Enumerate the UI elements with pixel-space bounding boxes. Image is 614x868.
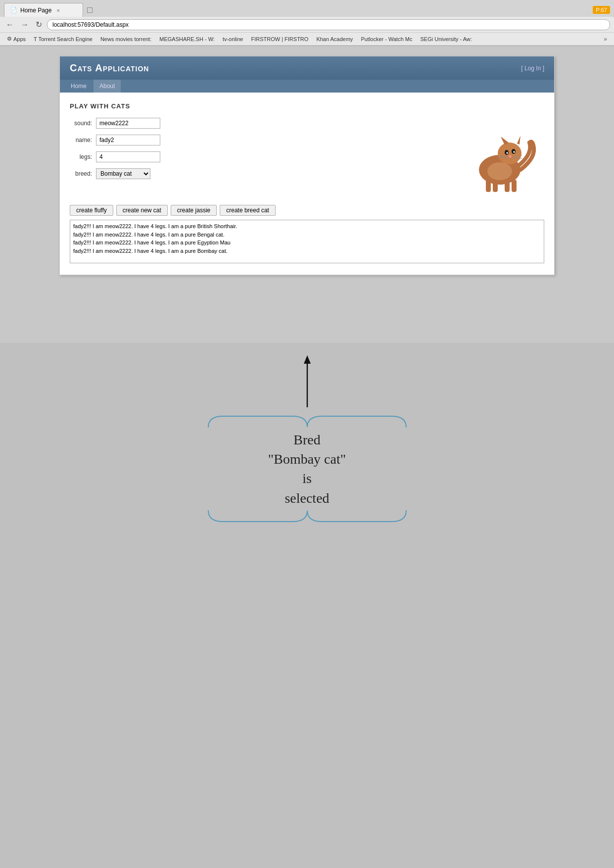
breed-label: breed:: [70, 170, 92, 177]
bookmark-putlocker[interactable]: Putlocker - Watch Mc: [358, 36, 415, 43]
browser-tab[interactable]: 📄 Home Page ×: [4, 3, 83, 17]
bookmark-news-label: News movies torrent:: [100, 36, 151, 42]
svg-rect-16: [512, 180, 517, 192]
svg-marker-3: [517, 136, 520, 145]
form-fields: sound: name: legs: breed:: [70, 118, 445, 185]
name-label: name:: [70, 137, 92, 144]
create-jassie-button[interactable]: create jassie: [171, 205, 217, 216]
bookmark-news[interactable]: News movies torrent:: [97, 36, 154, 43]
legs-row: legs:: [70, 151, 445, 162]
page-content: Cats Application [ Log In ] Home About P…: [0, 46, 614, 343]
create-fluffy-button[interactable]: create fluffy: [70, 205, 113, 216]
refresh-button[interactable]: ↻: [34, 19, 44, 30]
bookmark-torrent-label: T Torrent Search Engine: [34, 36, 93, 42]
annotation-line-3: is: [268, 469, 346, 488]
name-row: name:: [70, 135, 445, 145]
app-header: Cats Application [ Log In ]: [60, 56, 554, 80]
sound-input[interactable]: [96, 118, 160, 129]
section-title: PLAY WITH CATS: [70, 102, 544, 110]
bookmark-apps[interactable]: ⚙ Apps: [4, 35, 29, 43]
svg-point-1: [498, 143, 521, 164]
bookmark-tvonline-label: tv-online: [223, 36, 243, 42]
create-breed-cat-button[interactable]: create breed cat: [220, 205, 276, 216]
form-area: sound: name: legs: breed:: [70, 118, 544, 197]
app-main: PLAY WITH CATS sound: name: legs:: [60, 93, 554, 275]
address-input[interactable]: [47, 19, 610, 30]
cat-image: [460, 118, 539, 197]
bookmark-firstrow[interactable]: FIRSTROW | FIRSTRO: [248, 36, 311, 43]
login-link[interactable]: [ Log In ]: [521, 65, 544, 72]
buttons-row: create fluffy create new cat create jass…: [70, 205, 544, 216]
svg-marker-19: [304, 355, 311, 364]
cat-image-area: [455, 118, 544, 197]
arrow-svg: [233, 353, 381, 412]
bookmark-khan[interactable]: Khan Academy: [313, 36, 356, 43]
output-textarea[interactable]: fady2!!! I am meow2222. I have 4 legs. I…: [70, 220, 544, 263]
address-bar: ← → ↻: [0, 17, 614, 33]
sound-label: sound:: [70, 120, 92, 127]
bookmark-more[interactable]: »: [601, 35, 610, 43]
svg-rect-14: [493, 180, 498, 192]
bookmark-megashare[interactable]: MEGASHARE.SH - W:: [156, 36, 218, 43]
forward-button[interactable]: →: [19, 19, 31, 30]
bookmark-firstrow-label: FIRSTROW | FIRSTRO: [251, 36, 308, 42]
bookmarks-bar: ⚙ Apps T Torrent Search Engine News movi…: [0, 33, 614, 46]
annotation-line-1: Bred: [268, 430, 346, 449]
nav-home[interactable]: Home: [65, 80, 93, 93]
bookmark-khan-label: Khan Academy: [316, 36, 353, 42]
legs-label: legs:: [70, 153, 92, 160]
tab-close-button[interactable]: ×: [56, 7, 59, 13]
nav-about[interactable]: About: [94, 80, 121, 93]
bookmark-segi-label: SEGi University - Aw:: [421, 36, 472, 42]
annotation-section: Bred "Bombay cat" is selected: [0, 343, 614, 535]
annotation-line-2: "Bombay cat": [268, 449, 346, 469]
breed-row: breed: British Shorthair Bengal cat Egyp…: [70, 168, 445, 179]
annotation-line-4: selected: [268, 488, 346, 508]
bookmark-apps-label: Apps: [13, 36, 26, 42]
svg-point-8: [509, 155, 512, 157]
app-container: Cats Application [ Log In ] Home About P…: [59, 56, 555, 275]
bookmark-tvonline[interactable]: tv-online: [220, 36, 246, 43]
legs-input[interactable]: [96, 151, 160, 162]
top-curly-brace: [193, 412, 421, 430]
svg-point-7: [514, 151, 515, 153]
bottom-curly-brace: [193, 508, 421, 526]
bookmark-megashare-label: MEGASHARE.SH - W:: [159, 36, 215, 42]
app-nav: Home About: [60, 80, 554, 93]
bookmark-apps-icon: ⚙: [7, 36, 12, 42]
new-tab-button[interactable]: □: [85, 5, 94, 15]
svg-rect-15: [505, 180, 510, 192]
annotation-text: Bred "Bombay cat" is selected: [268, 430, 346, 508]
svg-point-17: [487, 162, 512, 180]
bookmark-putlocker-label: Putlocker - Watch Mc: [361, 36, 412, 42]
bookmark-torrent[interactable]: T Torrent Search Engine: [31, 36, 95, 43]
tab-icon: 📄: [10, 7, 17, 13]
create-new-cat-button[interactable]: create new cat: [116, 205, 168, 216]
breed-select[interactable]: British Shorthair Bengal cat Egyption Ma…: [96, 168, 150, 179]
app-title: Cats Application: [70, 62, 149, 74]
tab-bar: 📄 Home Page × □ P:67: [0, 0, 614, 17]
svg-rect-13: [486, 180, 491, 192]
browser-badge: P:67: [593, 6, 610, 14]
name-input[interactable]: [96, 135, 160, 145]
arrow-container: [233, 353, 381, 412]
browser-chrome: 📄 Home Page × □ P:67 ← → ↻ ⚙ Apps T Torr…: [0, 0, 614, 46]
bookmark-segi[interactable]: SEGi University - Aw:: [418, 36, 475, 43]
svg-point-6: [507, 152, 508, 154]
sound-row: sound:: [70, 118, 445, 129]
back-button[interactable]: ←: [4, 19, 16, 30]
tab-title: Home Page: [20, 7, 51, 14]
